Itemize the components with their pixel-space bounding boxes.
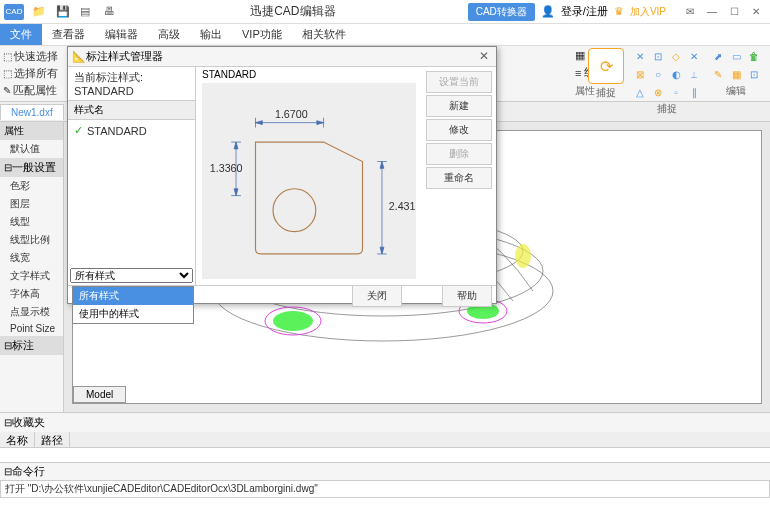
style-preview: STANDARD <box>196 67 422 285</box>
side-linetype[interactable]: 线型 <box>0 213 63 231</box>
app-title: 迅捷CAD编辑器 <box>118 3 468 20</box>
rename-button[interactable]: 重命名 <box>426 167 492 189</box>
dialog-icon: 📐 <box>72 50 86 63</box>
dropdown-item-all[interactable]: 所有样式 <box>73 287 193 305</box>
set-current-button[interactable]: 设置当前 <box>426 71 492 93</box>
quick-select-button[interactable]: ⬚ 快速选择 <box>2 48 62 65</box>
dialog-titlebar[interactable]: 📐 标注样式管理器 ✕ <box>68 47 496 67</box>
menubar: 文件 查看器 编辑器 高级 输出 VIP功能 相关软件 <box>0 24 770 46</box>
modify-button[interactable]: 修改 <box>426 119 492 141</box>
snap-button[interactable]: ⟳ <box>588 48 624 84</box>
default-value: 默认值 <box>0 140 63 158</box>
match-prop-button[interactable]: ✎ 匹配属性 <box>2 82 62 99</box>
side-textstyle[interactable]: 文字样式 <box>0 267 63 285</box>
snap-icon-grid[interactable]: ✕⊡◇✕ ⊠○◐⟂ △⊗▫∥ <box>632 48 702 100</box>
dialog-close-button[interactable]: ✕ <box>476 49 492 65</box>
side-ltscale[interactable]: 线型比例 <box>0 231 63 249</box>
close-dialog-button[interactable]: 关闭 <box>352 285 402 307</box>
menu-output[interactable]: 输出 <box>190 24 232 45</box>
minimize-button[interactable]: — <box>702 5 722 19</box>
snap-arrow-icon: ⟳ <box>600 57 613 76</box>
model-tab[interactable]: Model <box>73 386 126 403</box>
side-layer[interactable]: 图层 <box>0 195 63 213</box>
svg-point-9 <box>273 189 316 232</box>
check-icon: ✓ <box>74 124 83 137</box>
side-lineweight[interactable]: 线宽 <box>0 249 63 267</box>
close-button[interactable]: ✕ <box>746 5 766 19</box>
menu-vip[interactable]: VIP功能 <box>232 24 292 45</box>
maximize-button[interactable]: ☐ <box>724 5 744 19</box>
svg-marker-24 <box>380 247 384 254</box>
login-link[interactable]: 登录/注册 <box>561 4 608 19</box>
app-logo: CAD <box>4 4 24 20</box>
fav-col-name[interactable]: 名称 <box>0 432 35 447</box>
snap-group-label: 捕捉 <box>657 102 677 116</box>
side-pointdisplay[interactable]: 点显示模 <box>0 303 63 321</box>
sidebar: 属性 默认值 ⊟ 一般设置 色彩 图层 线型 线型比例 线宽 文字样式 字体高 … <box>0 122 64 412</box>
edit-group-label: 编辑 <box>726 84 746 98</box>
style-filter-select[interactable]: 所有样式 <box>70 268 193 283</box>
dim-header[interactable]: ⊟ 标注 <box>0 336 63 355</box>
style-list-item[interactable]: ✓ STANDARD <box>70 122 193 139</box>
mail-icon[interactable]: ✉ <box>680 5 700 19</box>
cad-convert-button[interactable]: CAD转换器 <box>468 3 535 21</box>
svg-point-8 <box>515 244 531 268</box>
properties-header[interactable]: 属性 <box>0 122 63 140</box>
delete-button[interactable]: 删除 <box>426 143 492 165</box>
svg-marker-18 <box>234 142 238 149</box>
svg-marker-14 <box>317 121 324 125</box>
style-list[interactable]: ✓ STANDARD <box>68 120 195 266</box>
help-button[interactable]: 帮助 <box>442 285 492 307</box>
style-list-header: 样式名 <box>68 100 195 120</box>
stack-icon[interactable]: ▤ <box>80 5 94 19</box>
svg-marker-19 <box>234 189 238 196</box>
svg-text:1.6700: 1.6700 <box>275 108 308 120</box>
snap-label: 捕捉 <box>596 86 616 100</box>
user-icon[interactable]: 👤 <box>541 5 555 18</box>
preview-label: STANDARD <box>202 69 256 80</box>
svg-marker-23 <box>380 162 384 169</box>
edit-icon-grid[interactable]: ⬈▭🗑 ✎▦⊡ <box>710 48 762 82</box>
svg-point-6 <box>273 311 313 331</box>
svg-text:1.3360: 1.3360 <box>210 162 243 174</box>
new-button[interactable]: 新建 <box>426 95 492 117</box>
vip-link[interactable]: 加入VIP <box>630 5 666 19</box>
dropdown-item-used[interactable]: 使用中的样式 <box>73 305 193 323</box>
dimstyle-dialog: 📐 标注样式管理器 ✕ 当前标注样式: STANDARD 样式名 ✓ STAND… <box>67 46 497 304</box>
side-textheight[interactable]: 字体高 <box>0 285 63 303</box>
dialog-title: 标注样式管理器 <box>86 49 476 64</box>
fav-col-path[interactable]: 路径 <box>35 432 70 447</box>
cmdline-header[interactable]: ⊟ 命令行 <box>0 462 770 480</box>
favorites-header[interactable]: ⊟ 收藏夹 <box>0 412 770 432</box>
cmdline-output: 打开 "D:\办公软件\xunjieCADEditor\CADEditorOcx… <box>0 480 770 498</box>
save-icon[interactable]: 💾 <box>56 5 70 19</box>
style-filter-dropdown: 所有样式 使用中的样式 <box>72 286 194 324</box>
general-header[interactable]: ⊟ 一般设置 <box>0 158 63 177</box>
side-color[interactable]: 色彩 <box>0 177 63 195</box>
menu-related[interactable]: 相关软件 <box>292 24 356 45</box>
select-all-button[interactable]: ⬚ 选择所有 <box>2 65 62 82</box>
svg-text:2.4315: 2.4315 <box>389 200 416 212</box>
menu-editor[interactable]: 编辑器 <box>95 24 148 45</box>
preview-drawing: 1.6700 1.3360 2.4315 <box>202 83 416 279</box>
menu-viewer[interactable]: 查看器 <box>42 24 95 45</box>
favorites-columns: 名称 路径 <box>0 432 770 448</box>
titlebar: CAD 📁 💾 ▤ 🖶 迅捷CAD编辑器 CAD转换器 👤 登录/注册 ♛ 加入… <box>0 0 770 24</box>
menu-advanced[interactable]: 高级 <box>148 24 190 45</box>
svg-marker-13 <box>256 121 263 125</box>
file-tab[interactable]: New1.dxf <box>0 104 64 120</box>
open-icon[interactable]: 📁 <box>32 5 46 19</box>
current-style-label: 当前标注样式: STANDARD <box>68 67 195 100</box>
side-pointsize[interactable]: Point Size <box>0 321 63 336</box>
menu-file[interactable]: 文件 <box>0 24 42 45</box>
crown-icon: ♛ <box>614 5 624 18</box>
print-icon[interactable]: 🖶 <box>104 5 118 19</box>
